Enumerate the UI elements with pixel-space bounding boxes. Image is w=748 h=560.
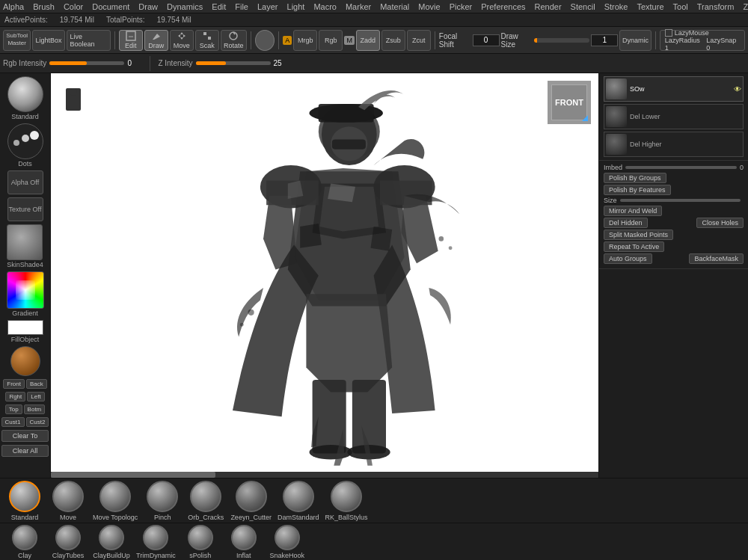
tool-zeeyn-cutter[interactable]: Zeeyn_Cutter (230, 481, 272, 521)
menu-preferences[interactable]: Preferences (481, 2, 525, 11)
tool-dam-standard[interactable]: DamStandard (278, 481, 319, 521)
clear-to-button[interactable]: Clear To (1, 430, 49, 442)
menu-picker[interactable]: Picker (450, 2, 473, 11)
z-intensity-label: Z Intensity (158, 59, 192, 67)
menu-marker[interactable]: Marker (346, 2, 371, 11)
tool-claybuildup[interactable]: ClayBuildUp (93, 525, 130, 559)
cust2-button[interactable]: Cust2 (26, 417, 49, 427)
menu-file[interactable]: File (235, 2, 248, 11)
rgb-intensity-slider[interactable] (49, 61, 124, 65)
mrgb-button[interactable]: Mrgb (293, 30, 317, 51)
zcut-button[interactable]: Zcut (407, 30, 431, 51)
left-button[interactable]: Left (27, 392, 44, 401)
zadd-button[interactable]: Zadd (356, 30, 380, 51)
tool-claytubes[interactable]: ClayTubes (49, 525, 87, 559)
menu-alpha[interactable]: Alpha (3, 2, 24, 11)
orientation-cube[interactable]: FRONT (548, 81, 591, 124)
subtool-item-3[interactable]: Del Higher (604, 132, 744, 157)
tool-snakehook[interactable]: SnakeHook (269, 525, 306, 559)
dynamic-button[interactable]: Dynamic (619, 30, 652, 51)
brush-selector[interactable]: Standard (7, 76, 43, 120)
clear-all-button[interactable]: Clear All (1, 445, 49, 457)
texture-selector[interactable]: Texture Off (7, 197, 43, 221)
horizontal-scrollbar[interactable] (51, 472, 598, 478)
rgb-button[interactable]: Rgb (319, 30, 343, 51)
lazy-mouse-checkbox[interactable]: LazyMouse (665, 29, 709, 37)
menu-zplugin[interactable]: Zplugin (743, 2, 748, 11)
tool-orb-cracks[interactable]: Orb_Cracks (187, 481, 224, 521)
right-button[interactable]: Rght (5, 392, 25, 401)
tool-standard[interactable]: Standard (6, 481, 43, 521)
imbed-slider[interactable] (625, 166, 737, 169)
back-button[interactable]: Back (26, 379, 47, 389)
nav-sphere[interactable] (10, 346, 40, 376)
menu-tool[interactable]: Tool (673, 2, 688, 11)
bottom-button[interactable]: Botm (24, 404, 46, 414)
zsub-button[interactable]: Zsub (381, 30, 405, 51)
mirror-and-weld-button[interactable]: Mirror And Weld (604, 206, 662, 216)
focal-shift-input[interactable] (473, 34, 500, 46)
canvas-area[interactable]: FRONT (51, 73, 598, 478)
menu-movie[interactable]: Movie (418, 2, 440, 11)
subtool-item-1[interactable]: SOw 👁 (604, 76, 744, 102)
menu-layer[interactable]: Layer (257, 2, 278, 11)
subtool-master-button[interactable]: SubTool Master (3, 30, 31, 51)
repeat-to-active-button[interactable]: Repeat To Active (604, 241, 664, 252)
stroke-selector[interactable]: Dots (7, 123, 43, 167)
auto-groups-button[interactable]: Auto Groups (604, 253, 652, 264)
menu-texture[interactable]: Texture (637, 2, 663, 11)
tool-clay[interactable]: Clay (6, 525, 43, 559)
draw-button[interactable]: Draw (144, 30, 168, 51)
front-button[interactable]: Front (3, 379, 25, 389)
rotate-button[interactable]: Rotate (221, 30, 247, 51)
polish-by-features-button[interactable]: Polish By Features (604, 185, 671, 195)
subtool-eye-1[interactable]: 👁 (734, 85, 741, 93)
color-wheel[interactable] (7, 271, 44, 309)
menu-stroke[interactable]: Stroke (604, 2, 628, 11)
material-selector[interactable]: SkinShade4 (7, 224, 43, 268)
menu-render[interactable]: Render (535, 2, 562, 11)
menu-material[interactable]: Material (380, 2, 409, 11)
tool-pinch[interactable]: Pinch (144, 481, 181, 521)
menu-document[interactable]: Document (92, 2, 129, 11)
draw-size-slider[interactable] (534, 38, 589, 43)
subtool-item-2[interactable]: Del Lower (604, 104, 744, 129)
z-intensity-slider[interactable] (196, 61, 271, 65)
menu-draw[interactable]: Draw (138, 2, 158, 11)
menu-brush[interactable]: Brush (33, 2, 55, 11)
tool-spolish[interactable]: sPolish (182, 525, 219, 559)
move-icon (177, 31, 187, 41)
close-holes-button[interactable]: Close Holes (696, 218, 744, 228)
split-masked-button[interactable]: Split Masked Points (604, 230, 673, 240)
size-slider[interactable] (620, 199, 741, 202)
del-hidden-button[interactable]: Del Hidden (604, 218, 648, 228)
top-button[interactable]: Top (5, 404, 22, 414)
polish-by-groups-button[interactable]: Polish By Groups (604, 173, 666, 183)
tool-move-topologic[interactable]: Move Topologc (93, 481, 138, 521)
tool-move[interactable]: Move (49, 481, 87, 521)
menu-color[interactable]: Color (64, 2, 83, 11)
edit-button[interactable]: Edit (119, 30, 143, 51)
color-picker-widget[interactable]: Gradient (7, 271, 44, 317)
menu-transform[interactable]: Transform (697, 2, 735, 11)
menu-stencil[interactable]: Stencil (571, 2, 595, 11)
brush-preview-circle[interactable] (255, 30, 275, 51)
backface-mask-button[interactable]: BackfaceMask (689, 253, 744, 264)
canvas-viewport[interactable]: FRONT (51, 73, 598, 478)
tool-rk-ballstylus[interactable]: RK_BallStylus (325, 481, 367, 521)
lightbox-button[interactable]: LightBox (32, 30, 64, 51)
move-button[interactable]: Move (170, 30, 194, 51)
fill-object[interactable]: FillObject (7, 320, 43, 343)
scale-button[interactable]: Scak (195, 30, 219, 51)
menu-dynamics[interactable]: Dynamics (167, 2, 203, 11)
menu-edit[interactable]: Edit (212, 2, 226, 11)
tool-trimdynamic[interactable]: TrimDynamic (136, 525, 176, 559)
tool-inflat[interactable]: Inflat (225, 525, 263, 559)
scroll-thumb-horizontal[interactable] (51, 472, 215, 478)
menu-macro[interactable]: Macro (313, 2, 337, 11)
menu-light[interactable]: Light (287, 2, 305, 11)
alpha-selector[interactable]: Alpha Off (7, 170, 43, 194)
draw-size-input[interactable] (591, 34, 618, 46)
cust1-button[interactable]: Cust1 (1, 417, 25, 427)
live-boolean-button[interactable]: Live Boolean (67, 30, 111, 51)
